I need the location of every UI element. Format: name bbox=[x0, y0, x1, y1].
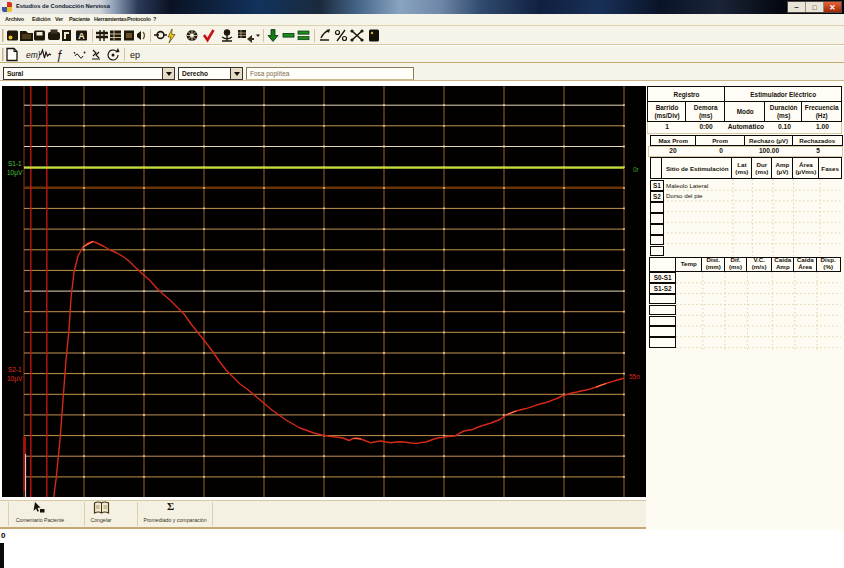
svg-text:A: A bbox=[78, 31, 85, 41]
svg-text:55n: 55n bbox=[629, 373, 640, 380]
svg-text:ƒ: ƒ bbox=[56, 48, 63, 62]
svg-text:ep: ep bbox=[130, 50, 140, 60]
svg-text:0r: 0r bbox=[633, 166, 640, 173]
svg-text:em): em) bbox=[26, 50, 41, 60]
svg-text:10µV: 10µV bbox=[7, 375, 23, 383]
svg-text:S2-1: S2-1 bbox=[8, 366, 22, 373]
svg-text:10µV: 10µV bbox=[7, 169, 23, 177]
svg-text:S1-1: S1-1 bbox=[8, 160, 22, 167]
